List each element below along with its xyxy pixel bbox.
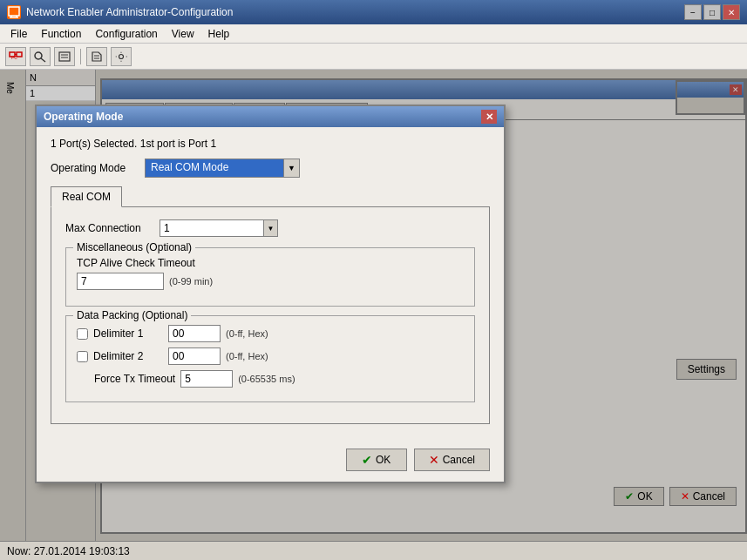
- menu-file[interactable]: File: [3, 26, 34, 42]
- max-connection-row: Max Connection 1 ▼: [65, 219, 475, 237]
- maximize-button[interactable]: □: [703, 4, 721, 20]
- operating-mode-dropdown-wrapper: Real COM Mode ▼: [145, 159, 300, 178]
- svg-point-8: [35, 52, 42, 59]
- delimiter1-hint: (0-ff, Hex): [226, 328, 268, 339]
- operating-mode-row: Operating Mode Real COM Mode ▼: [51, 159, 490, 178]
- tcp-alive-hint: (0-99 min): [169, 276, 213, 287]
- svg-point-15: [119, 54, 124, 58]
- data-packing-legend: Data Packing (Optional): [73, 309, 191, 321]
- delimiter1-row: Delimiter 1 (0-ff, Hex): [77, 325, 464, 342]
- cancel-label: Cancel: [443, 454, 475, 466]
- force-tx-input[interactable]: [180, 370, 233, 388]
- max-connection-label: Max Connection: [65, 222, 153, 234]
- ok-label: OK: [376, 454, 390, 466]
- tcp-alive-row: TCP Alive Check Timeout (0-99 min): [77, 257, 464, 290]
- operating-mode-dropdown-btn[interactable]: ▼: [284, 159, 300, 178]
- toolbar-separator: [80, 49, 81, 64]
- max-connection-dropdown-btn[interactable]: ▼: [264, 219, 278, 237]
- force-tx-row: Force Tx Timeout (0-65535 ms): [77, 370, 464, 388]
- dialog-tabs: Real COM: [51, 186, 490, 206]
- delimiter2-hint: (0-ff, Hex): [226, 351, 268, 361]
- toolbar-settings-btn[interactable]: [111, 47, 132, 66]
- operating-mode-label: Operating Mode: [51, 162, 138, 174]
- tcp-alive-input[interactable]: [77, 273, 164, 290]
- window-controls: − □ ✕: [684, 4, 740, 20]
- status-text: Now: 27.01.2014 19:03:13: [7, 545, 130, 557]
- dialog-title: Operating Mode: [44, 111, 123, 123]
- svg-rect-10: [59, 52, 70, 61]
- delimiter2-row: Delimiter 2 (0-ff, Hex): [77, 347, 464, 365]
- main-area: Me N 1 ✕ Digital IO Serial CMD g Mode Ac…: [0, 70, 747, 560]
- dialog-close-button[interactable]: ✕: [481, 110, 497, 124]
- toolbar-config-btn[interactable]: [54, 47, 75, 66]
- force-tx-label: Force Tx Timeout: [94, 373, 175, 385]
- ok-icon: ✔: [362, 453, 372, 467]
- toolbar-search-btn[interactable]: [30, 47, 51, 66]
- toolbar-connect-btn[interactable]: PC: [5, 47, 26, 66]
- dialog-title-bar: Operating Mode ✕: [37, 106, 504, 127]
- dialog-content: 1 Port(s) Selected. 1st port is Port 1 O…: [37, 127, 504, 442]
- menu-bar: File Function Configuration View Help: [0, 24, 747, 44]
- dialog-info: 1 Port(s) Selected. 1st port is Port 1: [51, 138, 490, 150]
- cancel-icon: ✕: [429, 453, 439, 467]
- delimiter1-checkbox[interactable]: [77, 328, 88, 340]
- delimiter2-input[interactable]: [168, 347, 221, 365]
- tab-content: Max Connection 1 ▼ Miscellaneous (Option…: [51, 206, 490, 424]
- svg-text:PC: PC: [11, 55, 17, 60]
- dialog-tab-real-com[interactable]: Real COM: [51, 186, 122, 207]
- status-bar: Now: 27.01.2014 19:03:13: [0, 541, 747, 560]
- delimiter2-checkbox[interactable]: [77, 351, 88, 362]
- delimiter1-input[interactable]: [168, 325, 221, 342]
- operating-mode-dialog: Operating Mode ✕ 1 Port(s) Selected. 1st…: [35, 105, 506, 483]
- miscellaneous-legend: Miscellaneous (Optional): [73, 241, 195, 253]
- title-bar: Network Enabler Administrator-Configurat…: [0, 0, 747, 24]
- app-title: Network Enabler Administrator-Configurat…: [26, 6, 233, 18]
- menu-help[interactable]: Help: [201, 26, 237, 42]
- force-tx-hint: (0-65535 ms): [238, 374, 295, 384]
- menu-view[interactable]: View: [165, 26, 201, 42]
- delimiter2-label: Delimiter 2: [93, 350, 163, 362]
- menu-function[interactable]: Function: [34, 26, 88, 42]
- tcp-alive-label: TCP Alive Check Timeout: [77, 257, 213, 269]
- dialog-ok-button[interactable]: ✔ OK: [346, 449, 407, 471]
- svg-line-9: [41, 58, 45, 62]
- toolbar: PC: [0, 44, 747, 70]
- max-connection-input[interactable]: 1: [160, 219, 264, 237]
- menu-configuration[interactable]: Configuration: [88, 26, 164, 42]
- app-icon: [7, 5, 21, 19]
- dialog-cancel-button[interactable]: ✕ Cancel: [414, 449, 490, 471]
- svg-rect-0: [9, 7, 19, 16]
- minimize-button[interactable]: −: [684, 4, 702, 20]
- close-button[interactable]: ✕: [723, 4, 740, 20]
- operating-mode-value[interactable]: Real COM Mode: [145, 159, 284, 178]
- delimiter1-label: Delimiter 1: [93, 327, 163, 340]
- toolbar-export-btn[interactable]: [86, 47, 107, 66]
- max-connection-combo: 1 ▼: [160, 219, 278, 237]
- dialog-footer: ✔ OK ✕ Cancel: [37, 442, 504, 482]
- miscellaneous-group: Miscellaneous (Optional) TCP Alive Check…: [65, 247, 475, 307]
- data-packing-group: Data Packing (Optional) Delimiter 1 (0-f…: [65, 315, 475, 402]
